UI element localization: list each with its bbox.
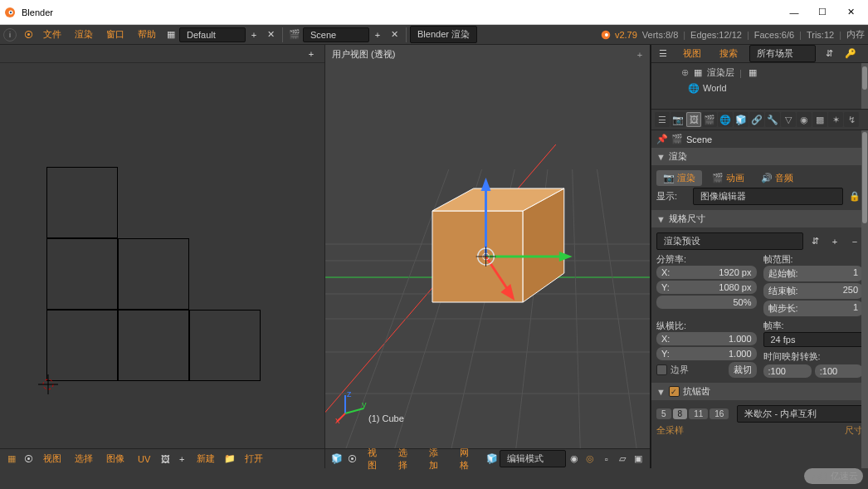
tab-renderlayers-icon[interactable]: 🖼: [686, 112, 701, 127]
layout-add-icon[interactable]: +: [246, 27, 261, 42]
scene-dropdown[interactable]: Scene: [303, 27, 369, 42]
uv-editor-type-icon[interactable]: ▦: [4, 452, 19, 467]
aa-checkbox[interactable]: [669, 386, 680, 397]
outliner-updown-icon[interactable]: ⇵: [822, 46, 836, 61]
tree-row-renderlayers[interactable]: ⊕ ▦ 渲染层 | ▦: [651, 65, 868, 81]
uv-region-plus-icon[interactable]: +: [304, 46, 319, 61]
layout-dropdown[interactable]: Default: [179, 27, 246, 42]
mode-dropdown[interactable]: 编辑模式: [500, 450, 566, 467]
preset-remove-icon[interactable]: −: [847, 234, 862, 249]
outliner-scrollbar[interactable]: [861, 63, 868, 109]
scene-add-icon[interactable]: +: [370, 27, 385, 42]
engine-dropdown[interactable]: Blender 渲染: [410, 26, 477, 43]
properties-scrollbar[interactable]: [861, 130, 868, 468]
pin-icon[interactable]: 📌: [656, 134, 668, 144]
aa-level-segment[interactable]: 5 8 11 16: [656, 408, 729, 419]
panel-aa-header[interactable]: ▼ 抗锯齿: [651, 383, 868, 400]
pivot-icon[interactable]: ◎: [583, 452, 597, 467]
scene-icon[interactable]: 🎬: [287, 27, 302, 42]
vp-menu-select[interactable]: 选择: [392, 447, 422, 472]
selmode-vert-icon[interactable]: ▫: [599, 452, 613, 467]
tab-physics-icon[interactable]: ↯: [844, 112, 859, 127]
folder-icon[interactable]: 📁: [222, 452, 237, 467]
uv-menu-view[interactable]: 视图: [37, 452, 68, 465]
scene-remove-icon[interactable]: ✕: [387, 27, 402, 42]
menu-expand-icon[interactable]: ⦿: [21, 27, 36, 42]
border-checkbox[interactable]: [656, 364, 667, 375]
outliner-tree[interactable]: ⊕ ▦ 渲染层 | ▦ 🌐 World: [651, 63, 868, 110]
panel-render-header[interactable]: ▼渲染: [651, 148, 868, 165]
tab-particles-icon[interactable]: ✶: [828, 112, 843, 127]
res-y-field[interactable]: Y:1080 px: [656, 281, 757, 294]
res-pct-field[interactable]: 50%: [656, 296, 757, 309]
tab-modifiers-icon[interactable]: 🔧: [765, 112, 780, 127]
vp-menu-view[interactable]: 视图: [361, 447, 392, 472]
crop-button[interactable]: 裁切: [729, 362, 757, 378]
tab-constraints-icon[interactable]: 🔗: [749, 112, 764, 127]
tab-texture-icon[interactable]: ▩: [812, 112, 827, 127]
remap-old-field[interactable]: :100: [763, 364, 812, 378]
tab-scene-icon[interactable]: 🎬: [702, 112, 717, 127]
panel-dims-header[interactable]: ▼规格尺寸: [651, 210, 868, 227]
tab-data-icon[interactable]: ▽: [781, 112, 796, 127]
uv-new-button[interactable]: 新建: [190, 452, 222, 465]
frame-start-field[interactable]: 起始帧:1: [763, 266, 864, 281]
res-x-field[interactable]: X:1920 px: [656, 266, 757, 279]
preset-updown-icon[interactable]: ⇵: [807, 234, 822, 249]
shading-sphere-icon[interactable]: ◉: [567, 452, 581, 467]
viewport-region-plus-icon[interactable]: +: [633, 48, 646, 61]
outliner-menu-search[interactable]: 搜索: [713, 47, 744, 60]
aa-11[interactable]: 11: [689, 408, 708, 419]
maximize-button[interactable]: ☐: [808, 3, 836, 22]
aa-8[interactable]: 8: [673, 408, 688, 419]
minimize-button[interactable]: —: [780, 3, 808, 22]
expand-icon[interactable]: ⊕: [681, 67, 689, 78]
image-icon[interactable]: 🖼: [158, 452, 173, 467]
layout-remove-icon[interactable]: ✕: [263, 27, 278, 42]
new-plus-icon[interactable]: +: [174, 452, 189, 467]
frame-end-field[interactable]: 结束帧:250: [763, 283, 864, 299]
uv-menu-select[interactable]: 选择: [68, 452, 100, 465]
tab-render-icon[interactable]: 📷: [671, 112, 685, 127]
uv-footer-expand-icon[interactable]: ⦿: [21, 452, 36, 467]
outliner-key-icon[interactable]: 🔑: [843, 46, 858, 61]
frame-step-field[interactable]: 帧步长:1: [763, 301, 864, 316]
tree-row-world[interactable]: 🌐 World: [651, 81, 868, 95]
menu-help[interactable]: 帮助: [131, 28, 163, 41]
info-icon[interactable]: i: [3, 28, 17, 42]
render-preset-dropdown[interactable]: 渲染预设: [656, 232, 803, 250]
tab-world-icon[interactable]: 🌐: [718, 112, 733, 127]
vp-menu-mesh[interactable]: 网格: [453, 447, 484, 472]
vp-menu-add[interactable]: 添加: [422, 447, 453, 472]
display-dropdown[interactable]: 图像编辑器: [693, 188, 843, 205]
tab-object-icon[interactable]: 🧊: [734, 112, 749, 127]
uv-open-button[interactable]: 打开: [238, 452, 270, 465]
menu-window[interactable]: 窗口: [100, 28, 131, 41]
tab-header-icon[interactable]: ☰: [655, 112, 670, 127]
aspect-x-field[interactable]: X:1.000: [656, 332, 757, 345]
uv-menu-image[interactable]: 图像: [100, 452, 131, 465]
outliner-type-icon[interactable]: ☰: [656, 46, 671, 61]
outliner-filter-dropdown[interactable]: 所有场景: [749, 45, 816, 62]
tab-material-icon[interactable]: ◉: [797, 112, 812, 127]
selmode-face-icon[interactable]: ▣: [631, 452, 646, 467]
uv-menu-uv[interactable]: UV: [131, 454, 157, 464]
outliner-menu-view[interactable]: 视图: [676, 47, 708, 60]
editor-type-3d-icon[interactable]: 🧊: [329, 452, 344, 467]
aa-filter-dropdown[interactable]: 米歇尔 - 内卓互利: [737, 405, 863, 423]
framerate-dropdown[interactable]: 24 fps: [763, 332, 864, 347]
preset-add-icon[interactable]: +: [827, 234, 842, 249]
anim-button[interactable]: 🎬 动画: [705, 170, 751, 186]
menu-render[interactable]: 渲染: [68, 28, 100, 41]
aa-5[interactable]: 5: [656, 408, 671, 419]
selmode-edge-icon[interactable]: ▱: [615, 452, 629, 467]
aa-16[interactable]: 16: [710, 408, 729, 419]
menu-file[interactable]: 文件: [37, 28, 68, 41]
layout-icon[interactable]: ▦: [163, 27, 178, 42]
uv-canvas[interactable]: [0, 63, 324, 448]
mode-icon[interactable]: 🧊: [485, 452, 499, 467]
viewport-footer-expand-icon[interactable]: ⦿: [345, 452, 359, 467]
remap-new-field[interactable]: :100: [815, 364, 863, 378]
close-button[interactable]: ✕: [836, 3, 865, 22]
render-button[interactable]: 📷 渲染: [656, 170, 702, 186]
